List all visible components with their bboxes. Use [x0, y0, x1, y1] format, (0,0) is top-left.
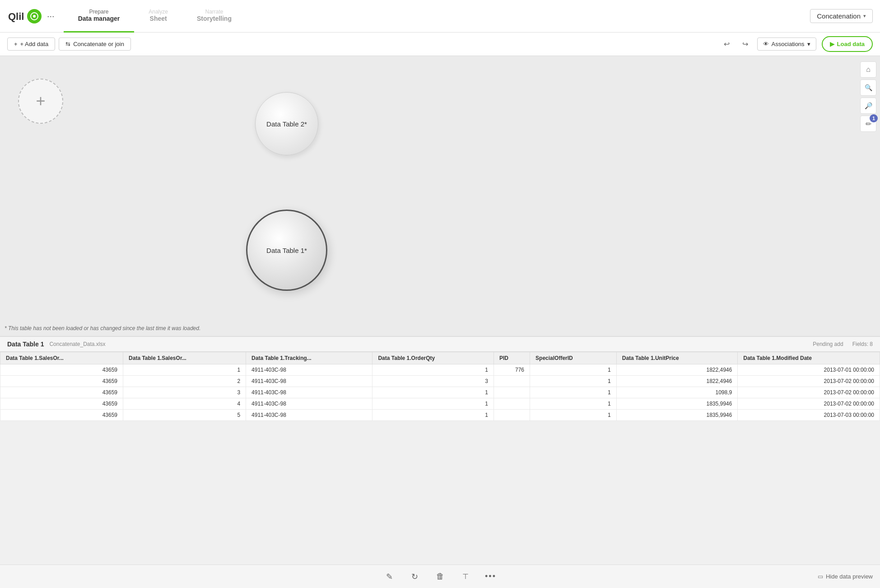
bottom-delete-button[interactable]: 🗑 [432, 569, 448, 585]
table-cell: 1835,9946 [616, 398, 737, 410]
table-cell: 1835,9946 [616, 410, 737, 421]
tab-narrate-top: Narrate [205, 9, 223, 15]
table-row: 4365924911-403C-98311822,49462013-07-02 … [0, 376, 880, 387]
table-cell: 1 [372, 398, 494, 410]
canvas-area: + Data Table 2* Data Table 1* * This tab… [0, 56, 880, 336]
tab-narrate[interactable]: Narrate Storytelling [182, 0, 246, 33]
bottom-edit-button[interactable]: ✎ [382, 569, 398, 585]
footnote: * This table has not been loaded or has … [5, 325, 200, 331]
table-cell: 1 [123, 364, 246, 376]
bottom-more-button[interactable]: ••• [483, 569, 499, 585]
table-cell: 2013-07-01 00:00:00 [738, 364, 880, 376]
preview-header: Data Table 1 Concatenate_Data.xlsx Pendi… [0, 337, 880, 352]
zoom-in-button[interactable]: 🔍 [860, 79, 876, 96]
table-cell: 2013-07-02 00:00:00 [738, 376, 880, 387]
associations-chevron-icon: ▾ [807, 41, 810, 47]
table-cell: 4911-403C-98 [246, 387, 372, 398]
home-icon: ⌂ [866, 65, 871, 74]
table-header-cell: Data Table 1.SalesOr... [123, 352, 246, 364]
qlik-logo-circle [27, 9, 42, 23]
edit-icon: ✎ [386, 572, 393, 582]
table-cell: 43659 [0, 387, 123, 398]
associations-button[interactable]: 👁 Associations ▾ [757, 37, 816, 51]
table-cell: 1 [530, 387, 617, 398]
preview-meta: Pending add Fields: 8 [813, 341, 873, 347]
table-cell: 1822,4946 [616, 364, 737, 376]
bottom-toolbar: ✎ ↻ 🗑 ⊤ ••• ▭ Hide data preview [0, 565, 880, 588]
add-table-button[interactable]: + [18, 79, 63, 124]
bottom-filter-button[interactable]: ⊤ [457, 569, 474, 585]
bottom-refresh-button[interactable]: ↻ [407, 569, 423, 585]
concatenation-dropdown[interactable]: Concatenation ▾ [810, 9, 873, 23]
zoom-out-button[interactable]: 🔎 [860, 98, 876, 114]
table-header-cell: Data Table 1.SalesOr... [0, 352, 123, 364]
table-cell: 43659 [0, 376, 123, 387]
table-cell: 2013-07-02 00:00:00 [738, 398, 880, 410]
preview-filename: Concatenate_Data.xlsx [49, 341, 105, 347]
hide-preview-icon: ▭ [818, 573, 823, 580]
tab-prepare[interactable]: Prepare Data manager [64, 0, 135, 33]
load-data-label: Load data [837, 41, 865, 47]
tab-narrate-bottom: Storytelling [197, 15, 232, 22]
table-header-cell: Data Table 1.UnitPrice [616, 352, 737, 364]
preview-fields: Fields: 8 [852, 341, 873, 347]
table-cell: 2013-07-02 00:00:00 [738, 387, 880, 398]
qlik-target-icon [30, 12, 39, 21]
tab-analyze-top: Analyze [149, 9, 168, 15]
table-row: 4365914911-403C-98177611822,49462013-07-… [0, 364, 880, 376]
data-table-1-node[interactable]: Data Table 1* [246, 210, 327, 291]
plus-icon: + [14, 41, 18, 47]
hide-preview-label: Hide data preview [826, 573, 873, 580]
data-table: Data Table 1.SalesOr...Data Table 1.Sale… [0, 352, 880, 421]
table-cell: 1 [530, 410, 617, 421]
data-preview-panel: Data Table 1 Concatenate_Data.xlsx Pendi… [0, 336, 880, 421]
data-table-wrapper[interactable]: Data Table 1.SalesOr...Data Table 1.Sale… [0, 352, 880, 421]
concatenate-join-button[interactable]: ⇆ Concatenate or join [59, 37, 131, 51]
edit-pencil-button[interactable]: 1 ✏ [860, 116, 876, 132]
tab-analyze[interactable]: Analyze Sheet [134, 0, 182, 33]
add-data-button[interactable]: + + Add data [7, 37, 55, 51]
table-cell: 3 [372, 376, 494, 387]
table-cell: 4 [123, 398, 246, 410]
load-data-button[interactable]: ▶ Load data [822, 36, 873, 52]
undo-button[interactable]: ↩ [720, 38, 733, 50]
hide-preview-button[interactable]: ▭ Hide data preview [818, 573, 873, 580]
add-table-plus-icon: + [36, 92, 45, 111]
svg-point-2 [33, 15, 36, 18]
table-cell: 1098,9 [616, 387, 737, 398]
table-cell: 1 [530, 376, 617, 387]
filter-icon: ⊤ [462, 572, 469, 581]
zoom-out-icon: 🔎 [865, 102, 872, 109]
table-cell: 776 [494, 364, 530, 376]
nav-more-button[interactable]: ··· [47, 11, 55, 21]
redo-icon: ↪ [742, 40, 748, 48]
table-header: Data Table 1.SalesOr...Data Table 1.Sale… [0, 352, 880, 364]
home-button[interactable]: ⌂ [860, 61, 876, 78]
table-cell: 1 [372, 364, 494, 376]
tab-analyze-bottom: Sheet [150, 15, 167, 22]
data-table-2-node[interactable]: Data Table 2* [255, 92, 318, 155]
footnote-text: * This table has not been loaded or has … [5, 325, 200, 331]
table-row: 4365954911-403C-98111835,99462013-07-03 … [0, 410, 880, 421]
associations-label: Associations [772, 41, 805, 47]
toolbar-right: ↩ ↪ 👁 Associations ▾ ▶ Load data [720, 36, 873, 52]
redo-button[interactable]: ↪ [739, 38, 752, 50]
table-cell: 43659 [0, 398, 123, 410]
table-cell: 2 [123, 376, 246, 387]
table-cell: 1 [530, 398, 617, 410]
table-cell: 1 [372, 387, 494, 398]
preview-status: Pending add [813, 341, 843, 347]
zoom-in-icon: 🔍 [865, 84, 872, 91]
table-cell: 4911-403C-98 [246, 410, 372, 421]
table-cell [494, 398, 530, 410]
table-cell: 43659 [0, 410, 123, 421]
concatenation-label: Concatenation [817, 12, 861, 20]
table-cell: 4911-403C-98 [246, 398, 372, 410]
table-header-cell: Data Table 1.Tracking... [246, 352, 372, 364]
table-cell [494, 376, 530, 387]
data-table-1-label: Data Table 1* [266, 247, 307, 254]
table-cell: 1 [530, 364, 617, 376]
table-cell: 1822,4946 [616, 376, 737, 387]
refresh-icon: ↻ [411, 572, 418, 582]
table-cell: 4911-403C-98 [246, 364, 372, 376]
